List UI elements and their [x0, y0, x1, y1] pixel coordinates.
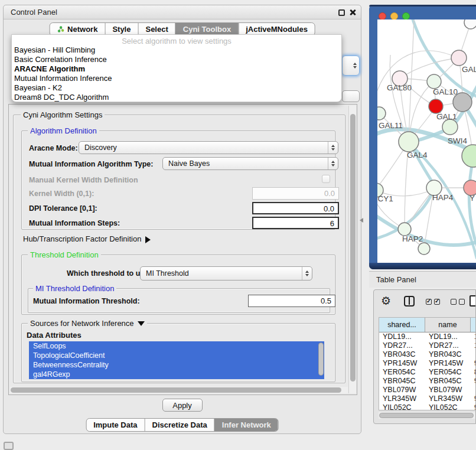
data-attributes-list: SelfLoopsTopologicalCoefficientBetweenne… — [29, 341, 324, 379]
table-row[interactable]: YLR345WYLR345W9. — [379, 394, 476, 403]
table-header-row: shared...name — [379, 318, 476, 332]
table-row[interactable]: YIL052CYIL052C9 — [379, 403, 476, 410]
table-cell: YDL19... — [379, 332, 425, 341]
kernel-width-label: Kernel Width (0,1): — [29, 190, 94, 198]
network-node-gal11[interactable] — [377, 107, 386, 120]
table-row[interactable]: YBR043CYBR043C — [379, 350, 476, 359]
tab-discretize-data[interactable]: Discretize Data — [145, 419, 214, 431]
select-all-icon[interactable] — [434, 299, 440, 305]
page-icon[interactable] — [470, 295, 476, 306]
tab-infer-network[interactable]: Infer Network — [214, 419, 278, 431]
float-panel-icon[interactable] — [338, 9, 345, 16]
node-label-gal80: GAL80 — [387, 83, 412, 92]
table-row[interactable]: YBR045CYBR045C9. — [379, 377, 476, 386]
algorithm-option-dream8-dc-tdc-algorithm[interactable]: Dream8 DC_TDC Algorithm — [12, 93, 341, 102]
network-view-window[interactable]: GALGAL80GAL10GAL1SWI4GAL11GAL4GCY1HAP4YH… — [369, 5, 476, 269]
node-label-gal10: GAL10 — [433, 87, 458, 96]
select-all-icon[interactable] — [426, 299, 432, 305]
attribute-item-topologicalcoefficient[interactable]: TopologicalCoefficient — [29, 351, 324, 360]
table-row[interactable]: YDL19...YDL19...13 — [379, 332, 476, 341]
table-row[interactable]: YBL079WYBL079W — [379, 386, 476, 394]
sources-group: Sources for Network Inference Data Attri… — [21, 323, 335, 382]
tab-cyni-toolbox[interactable]: Cyni Toolbox — [175, 23, 238, 35]
mi-algorithm-type-combo[interactable]: Naive Bayes — [162, 157, 338, 170]
sources-group-title[interactable]: Sources for Network Inference — [28, 319, 147, 330]
panel-corner-chip[interactable] — [4, 442, 14, 450]
algorithm-option-basic-correlation-inference[interactable]: Basic Correlation Inference — [12, 55, 341, 64]
column-header-cut[interactable] — [471, 318, 476, 332]
network-node-gal10[interactable] — [427, 74, 441, 89]
apply-button[interactable]: Apply — [162, 399, 203, 412]
tab-label: Select — [145, 25, 168, 34]
tab-label: Cyni Toolbox — [183, 25, 231, 34]
network-node[interactable] — [464, 19, 476, 29]
table-cell: 9. — [471, 359, 476, 368]
mi-threshold-field[interactable]: 0.5 — [248, 295, 335, 307]
tab-impute-data[interactable]: Impute Data — [86, 419, 144, 431]
table-row[interactable]: YPR145WYPR145W9. — [379, 359, 476, 368]
kernel-width-field[interactable]: 0.0 — [252, 187, 339, 200]
column-header-name[interactable]: name — [425, 318, 471, 332]
tab-style[interactable]: Style — [105, 23, 138, 35]
deselect-all-icon[interactable] — [459, 299, 465, 305]
table-row[interactable]: YER054CYER054C8. — [379, 368, 476, 377]
gear-icon[interactable]: ⚙ — [381, 294, 391, 308]
table-cell: YBR043C — [425, 350, 471, 359]
which-threshold-label: Which threshold to use: — [67, 269, 151, 278]
tab-select[interactable]: Select — [138, 23, 175, 35]
table-cell: 12 — [471, 341, 476, 350]
table-panel-titlebar: Table Panel — [369, 271, 476, 288]
close-panel-icon[interactable] — [349, 9, 356, 16]
algorithm-option-bayesian-k2[interactable]: Bayesian - K2 — [12, 83, 341, 93]
attribute-item-betweennesscentrality[interactable]: BetweennessCentrality — [29, 360, 324, 370]
split-columns-icon[interactable] — [404, 296, 415, 306]
manual-kernel-width-label: Manual Kernel Width Definition — [29, 176, 138, 184]
column-header-shared[interactable]: shared... — [379, 318, 425, 332]
network-canvas[interactable]: GALGAL80GAL10GAL1SWI4GAL11GAL4GCY1HAP4YH… — [377, 19, 476, 263]
stepper-arrows-icon — [328, 158, 338, 169]
table-cell: 9. — [471, 394, 476, 403]
network-node-hap2[interactable] — [398, 223, 411, 236]
table-cell: 8. — [471, 368, 476, 377]
inference-algorithm-combo-fragment[interactable] — [342, 56, 360, 76]
network-node-gal[interactable] — [451, 50, 467, 66]
network-node-gal4[interactable] — [399, 132, 419, 152]
mi-steps-field[interactable]: 6 — [252, 217, 339, 229]
table-cell: YDR27... — [425, 341, 471, 350]
settings-horizontal-scrollbar[interactable] — [10, 387, 348, 393]
network-node-gal1[interactable] — [429, 99, 443, 113]
table-cell: 9. — [471, 377, 476, 386]
dpi-tolerance-field[interactable]: 0.0 — [252, 202, 339, 214]
aracne-mode-value: Discovery — [79, 144, 328, 152]
attribute-item-selfloops[interactable]: SelfLoops — [29, 341, 324, 351]
splitter-handle-icon[interactable] — [357, 218, 363, 223]
algorithm-option-aracne-algorithm[interactable]: ARACNE Algorithm — [12, 64, 341, 74]
control-panel-title: Control Panel — [11, 8, 57, 17]
attributes-scrollbar[interactable] — [318, 343, 324, 377]
network-node-swi4[interactable] — [442, 119, 458, 135]
algorithm-option-bayesian-hill-climbing[interactable]: Bayesian - Hill Climbing — [12, 45, 341, 55]
node-attribute-table: shared...name YDL19...YDL19...13YDR27...… — [379, 317, 476, 410]
stepper-arrows-icon — [302, 267, 312, 280]
hidden-combo-fragment[interactable] — [342, 90, 360, 102]
algorithm-option-mutual-information-inference[interactable]: Mutual Information Inference — [12, 74, 341, 83]
tab-network[interactable]: Network — [50, 23, 105, 35]
network-icon — [57, 25, 64, 33]
sources-title-text: Sources for Network Inference — [30, 319, 134, 328]
threshold-definition-group: Threshold Definition Which threshold to … — [21, 255, 335, 315]
table-cell: YLR345W — [425, 394, 471, 403]
deselect-all-icon[interactable] — [451, 299, 457, 305]
hub-definition-toggle[interactable]: Hub/Transcription Factor Definition — [23, 234, 154, 243]
table-cell: YPR145W — [425, 359, 471, 368]
mi-threshold-group: MI Threshold Definition Mutual Informati… — [28, 288, 330, 313]
aracne-mode-combo[interactable]: Discovery — [79, 141, 338, 154]
attribute-item-gal4rgexp[interactable]: gal4RGexp — [29, 370, 324, 379]
network-node[interactable] — [418, 243, 430, 255]
node-label-swi4: SWI4 — [448, 136, 467, 145]
which-threshold-combo[interactable]: MI Threshold — [140, 266, 312, 281]
tab-jactivemnodules[interactable]: jActiveMNodules — [238, 23, 315, 35]
settings-vertical-scrollbar[interactable] — [348, 106, 356, 393]
manual-kernel-width-checkbox[interactable] — [322, 175, 330, 183]
table-horizontal-scrollbar[interactable] — [379, 412, 476, 419]
table-row[interactable]: YDR27...YDR27...12 — [379, 341, 476, 350]
